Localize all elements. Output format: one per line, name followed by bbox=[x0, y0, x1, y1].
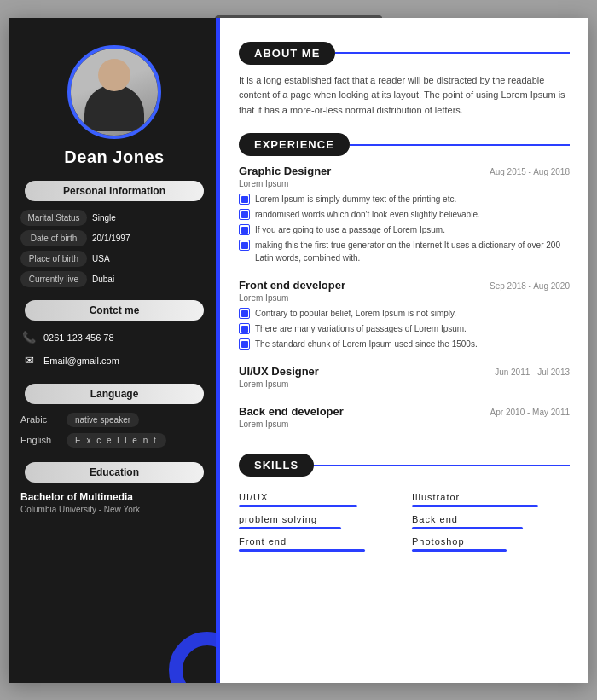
contact-label: Contct me bbox=[25, 300, 205, 321]
skill-bar-backend bbox=[412, 527, 523, 529]
main-content: ABOUT ME It is a long established fact t… bbox=[220, 18, 588, 683]
exp-date-1: Aug 2015 - Aug 2018 bbox=[490, 167, 570, 176]
skill-illustrator: Illustrator bbox=[412, 492, 570, 507]
checkbox-icon bbox=[239, 338, 250, 350]
english-label: English bbox=[20, 435, 67, 445]
skill-bar-frontend bbox=[239, 549, 365, 552]
email-row: ✉ Email@gmail.com bbox=[20, 352, 208, 369]
current-live-value: Dubai bbox=[92, 275, 114, 284]
dob-row: Date of birth 20/1/1997 bbox=[9, 230, 220, 246]
skill-photoshop: Photoshop bbox=[412, 536, 570, 552]
exp-company-2: Lorem Ipsum bbox=[239, 293, 570, 303]
skill-name-uiux: UI/UX bbox=[239, 492, 397, 502]
pob-row: Place of birth USA bbox=[9, 251, 220, 267]
exp-company-3: Lorem Ipsum bbox=[239, 379, 570, 389]
school-name: Columbia University - New York bbox=[20, 505, 208, 514]
marital-status-label: Marital Status bbox=[20, 210, 87, 226]
exp-bullet-1-1: Lorem Ipsum is simply dummy text of the … bbox=[239, 193, 570, 205]
candidate-name: Dean Jones bbox=[64, 148, 164, 167]
checkbox-icon bbox=[239, 224, 250, 235]
exp-date-3: Jun 2011 - Jul 2013 bbox=[495, 367, 570, 377]
skill-uiux: UI/UX bbox=[239, 492, 397, 507]
checkbox-icon bbox=[239, 194, 250, 205]
checkbox-icon bbox=[239, 209, 250, 220]
email-value: Email@gmail.com bbox=[43, 356, 119, 366]
marital-status-row: Marital Status Single bbox=[9, 210, 220, 226]
personal-info-label: Personal Information bbox=[25, 181, 205, 201]
exp-bullet-1-2: randomised words which don't look even s… bbox=[239, 208, 570, 221]
skill-problem-solving: problem solving bbox=[239, 514, 397, 529]
avatar-placeholder bbox=[71, 49, 158, 136]
exp-bullet-2-3: The standard chunk of Lorem Ipsum used s… bbox=[239, 338, 570, 350]
avatar-silhouette bbox=[84, 59, 144, 136]
skill-name-problem-solving: problem solving bbox=[239, 514, 397, 524]
exp-title-3: UI/UX Designer bbox=[239, 365, 319, 378]
skill-bar-uiux bbox=[239, 505, 357, 507]
skill-name-backend: Back end bbox=[412, 514, 570, 524]
blue-circle-decoration bbox=[169, 632, 220, 683]
skills-header: SKILLS bbox=[239, 454, 570, 477]
bullet-text: The standard chunk of Lorem Ipsum used s… bbox=[255, 338, 478, 350]
english-level: E x c e l l e n t bbox=[67, 433, 166, 448]
experience-header: EXPERIENCE bbox=[239, 133, 570, 156]
english-row: English E x c e l l e n t bbox=[20, 433, 208, 448]
checkbox-icon bbox=[239, 308, 250, 319]
bullet-text: Lorem Ipsum is simply dummy text of the … bbox=[255, 193, 456, 205]
exp-item-frontend: Front end developer Sep 2018 - Aug 2020 … bbox=[239, 279, 570, 353]
language-section: Arabic native speaker English E x c e l … bbox=[9, 413, 220, 454]
exp-title-4: Back end developer bbox=[239, 405, 344, 418]
blue-bar bbox=[216, 18, 220, 683]
skill-frontend: Front end bbox=[239, 536, 397, 552]
bullet-text: Contrary to popular belief, Lorem Ipsum … bbox=[255, 307, 456, 320]
exp-item-backend: Back end developer Apr 2010 - May 2011 L… bbox=[239, 405, 570, 433]
exp-company-4: Lorem Ipsum bbox=[239, 419, 570, 429]
bullet-text: If you are going to use a passage of Lor… bbox=[255, 223, 445, 236]
exp-header-4: Back end developer Apr 2010 - May 2011 bbox=[239, 405, 570, 418]
skill-bar-problem-solving bbox=[239, 527, 341, 529]
phone-value: 0261 123 456 78 bbox=[43, 333, 114, 343]
dob-label: Date of birth bbox=[20, 230, 87, 246]
skills-grid: UI/UX Illustrator problem solving Back e… bbox=[239, 492, 570, 552]
resume-card: Dean Jones Personal Information Marital … bbox=[9, 18, 588, 683]
skill-bar-illustrator bbox=[412, 505, 538, 507]
exp-item-uiux: UI/UX Designer Jun 2011 - Jul 2013 Lorem… bbox=[239, 365, 570, 393]
avatar bbox=[67, 45, 161, 139]
skills-label: SKILLS bbox=[239, 454, 314, 477]
exp-date-2: Sep 2018 - Aug 2020 bbox=[490, 281, 570, 291]
about-label: ABOUT ME bbox=[239, 42, 335, 65]
exp-date-4: Apr 2010 - May 2011 bbox=[490, 408, 570, 417]
exp-bullet-1-4: making this the first true generator on … bbox=[239, 239, 570, 264]
about-header-line bbox=[335, 52, 570, 54]
exp-bullet-2-1: Contrary to popular belief, Lorem Ipsum … bbox=[239, 307, 570, 320]
skill-name-frontend: Front end bbox=[239, 536, 397, 547]
about-header: ABOUT ME bbox=[239, 42, 570, 65]
avatar-body bbox=[84, 84, 144, 131]
degree-title: Bachelor of Multimedia bbox=[20, 491, 208, 503]
skill-backend: Back end bbox=[412, 514, 570, 529]
current-live-label: Currently live bbox=[20, 271, 87, 287]
bullet-text: There are many variations of passages of… bbox=[255, 322, 467, 335]
contact-section: 📞 0261 123 456 78 ✉ Email@gmail.com bbox=[9, 329, 220, 375]
exp-title-2: Front end developer bbox=[239, 279, 345, 292]
exp-header-1: Graphic Designer Aug 2015 - Aug 2018 bbox=[239, 165, 570, 177]
pob-label: Place of birth bbox=[20, 251, 87, 267]
exp-bullet-2-2: There are many variations of passages of… bbox=[239, 322, 570, 335]
arabic-label: Arabic bbox=[20, 414, 67, 425]
exp-header-2: Front end developer Sep 2018 - Aug 2020 bbox=[239, 279, 570, 292]
exp-item-graphic-designer: Graphic Designer Aug 2015 - Aug 2018 Lor… bbox=[239, 165, 570, 267]
skill-name-photoshop: Photoshop bbox=[412, 536, 570, 547]
exp-title-1: Graphic Designer bbox=[239, 165, 331, 177]
checkbox-icon bbox=[239, 323, 250, 334]
about-text: It is a long established fact that a rea… bbox=[239, 73, 570, 119]
bullet-text: randomised words which don't look even s… bbox=[255, 208, 480, 221]
phone-icon: 📞 bbox=[20, 329, 38, 346]
arabic-level: native speaker bbox=[67, 413, 139, 427]
marital-status-value: Single bbox=[92, 213, 116, 223]
phone-row: 📞 0261 123 456 78 bbox=[20, 329, 208, 346]
exp-header-3: UI/UX Designer Jun 2011 - Jul 2013 bbox=[239, 365, 570, 378]
arabic-row: Arabic native speaker bbox=[20, 413, 208, 427]
email-icon: ✉ bbox=[20, 352, 38, 369]
pob-value: USA bbox=[92, 254, 110, 263]
checkbox-icon bbox=[239, 240, 250, 251]
experience-label: EXPERIENCE bbox=[239, 133, 350, 156]
